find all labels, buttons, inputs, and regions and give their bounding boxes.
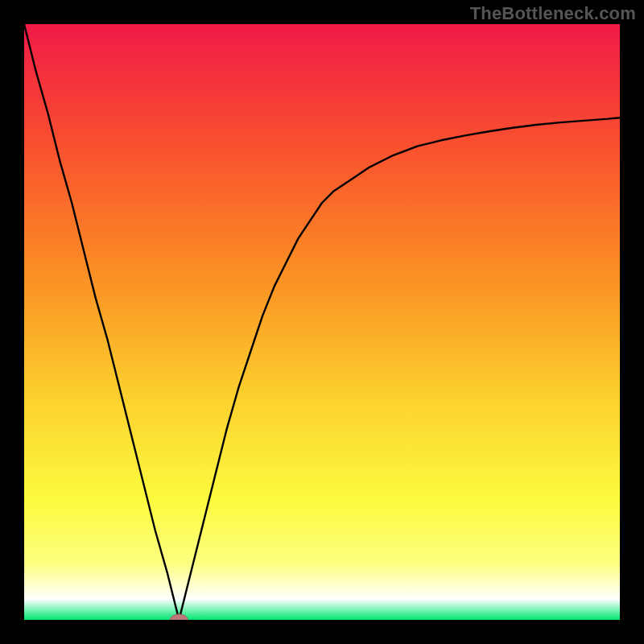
watermark-text: TheBottleneck.com [470,3,636,24]
plot-area [24,24,620,620]
chart-svg [24,24,620,620]
gradient-background [24,24,620,620]
outer-frame: TheBottleneck.com [0,0,644,644]
